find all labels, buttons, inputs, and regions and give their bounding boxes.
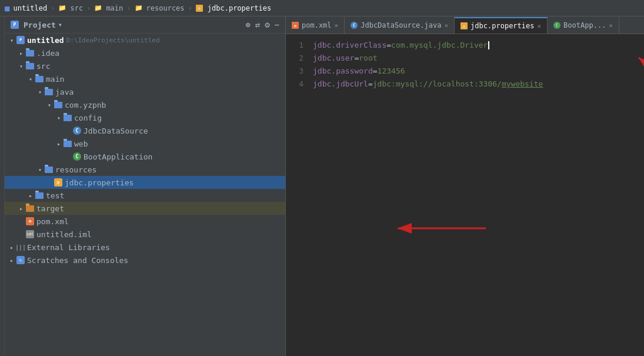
label-untitled: untitled — [27, 36, 64, 45]
tab-close-props[interactable]: × — [537, 22, 541, 30]
key-jdbcurl: jdbc.jdbcUrl — [313, 78, 368, 91]
eq-4: = — [368, 78, 373, 91]
editor-content[interactable]: 1 2 3 4 jdbc.driverClass = com.mysql.jdb… — [286, 34, 644, 356]
folder-icon-main: 📁 — [94, 4, 102, 12]
arrow-java — [35, 89, 45, 95]
line-numbers: 1 2 3 4 — [286, 39, 309, 351]
tab-pom-xml[interactable]: m pom.xml × — [286, 17, 345, 34]
scope-icon[interactable]: ⊕ — [245, 20, 250, 29]
breadcrumb-sep-4: › — [188, 4, 192, 12]
arrow-resources — [35, 167, 45, 173]
tree-item-main[interactable]: main — [5, 72, 285, 85]
sidebar-title-label: Project — [24, 21, 56, 29]
tree-item-scratches[interactable]: ✎ Scratches and Consoles — [5, 254, 285, 267]
line-num-4: 4 — [286, 78, 303, 91]
sidebar-folder-icon: P — [11, 21, 19, 29]
label-jdbcdatasource: JdbcDataSource — [84, 127, 148, 135]
breadcrumb-sep-3: › — [126, 4, 131, 12]
line-num-3: 3 — [286, 65, 303, 78]
tree-item-jdbcdatasource[interactable]: C JdbcDataSource — [5, 124, 285, 137]
tree-item-web[interactable]: web — [5, 137, 285, 150]
arrow-target — [16, 205, 26, 212]
val-password: 123456 — [378, 65, 405, 78]
sidebar-dropdown-arrow[interactable]: ▾ — [58, 21, 62, 29]
tab-close-pom[interactable]: × — [335, 22, 339, 29]
tab-label-boot: BootApp... — [563, 21, 606, 29]
breadcrumb-src: src — [70, 4, 83, 12]
sidebar-actions: ⊕ ⇄ ⚙ − — [245, 20, 279, 29]
tree-item-target[interactable]: target — [5, 202, 285, 215]
tree-item-ext-libs[interactable]: ||| External Libraries — [5, 241, 285, 254]
folder-target — [26, 205, 34, 212]
val-driverclass: com.mysql.jdbc.Driver — [391, 39, 488, 52]
tree-item-pomxml[interactable]: m pom.xml — [5, 215, 285, 228]
tab-icon-jdbc: C — [351, 22, 358, 29]
tabs-bar: m pom.xml × C JdbcDataSource.java × ≡ jd… — [286, 16, 644, 34]
label-target: target — [36, 204, 64, 213]
eq-3: = — [373, 65, 378, 78]
scratches-icon: ✎ — [16, 256, 25, 264]
breadcrumb-sep-1: › — [51, 4, 55, 12]
label-comyzpnb: com.yzpnb — [65, 101, 106, 109]
project-icon: ■ — [5, 4, 9, 13]
arrow-root — [7, 37, 16, 44]
folder-test — [35, 192, 44, 199]
left-gutter — [0, 16, 5, 356]
arrow-scratches — [7, 257, 16, 264]
xml-icon-pom: m — [26, 217, 34, 225]
tab-close-jdbc[interactable]: × — [444, 22, 448, 29]
label-src: src — [36, 62, 50, 71]
tree-item-comyzpnb[interactable]: com.yzpnb — [5, 98, 285, 111]
label-pomxml: pom.xml — [36, 217, 69, 226]
arrow-src — [16, 63, 26, 69]
tree-item-iml[interactable]: iml untitled.iml — [5, 228, 285, 241]
settings-icon[interactable]: ⚙ — [265, 20, 269, 29]
tree-item-bootapplication[interactable]: C BootApplication — [5, 150, 285, 163]
iml-icon: iml — [26, 230, 34, 238]
tree-item-config[interactable]: config — [5, 111, 285, 124]
ext-libs-icon: ||| — [16, 243, 25, 251]
folder-idea — [26, 50, 34, 56]
tab-icon-boot: C — [553, 22, 560, 29]
tree-item-idea[interactable]: .idea — [5, 46, 285, 59]
arrow-test — [26, 192, 35, 199]
label-resources: resources — [55, 165, 96, 174]
tab-icon-props: ≡ — [461, 22, 468, 29]
tab-jdbc-properties[interactable]: ≡ jdbc.properties × — [455, 17, 548, 34]
val-jdbcurl-dbname: mywebsite — [502, 78, 543, 91]
val-jdbcurl-prefix: jdbc:mysql://localhost:3306/ — [373, 78, 502, 91]
tree-item-test[interactable]: test — [5, 189, 285, 202]
tree-container[interactable]: P untitled D:\IdeaProjects\untitled .ide… — [5, 34, 285, 356]
eq-1: = — [386, 39, 391, 52]
tab-jdbcdatasource[interactable]: C JdbcDataSource.java × — [345, 17, 455, 34]
tree-item-jdbc-properties[interactable]: ≡ jdbc.properties — [5, 176, 285, 189]
class-jdbcdatasource: C — [73, 127, 81, 135]
label-main: main — [46, 75, 64, 84]
breadcrumb-file: jdbc.properties — [208, 4, 271, 12]
title-project-name: untitled — [13, 4, 47, 12]
label-bootapp: BootApplication — [84, 152, 152, 161]
tab-label-jdbc: JdbcDataSource.java — [361, 21, 441, 29]
arrow-config — [54, 115, 64, 121]
folder-icon-src: 📁 — [58, 4, 66, 12]
label-test: test — [46, 191, 64, 200]
code-line-2: jdbc.user = root — [313, 52, 644, 65]
tree-item-resources[interactable]: resources — [5, 163, 285, 176]
val-user: root — [359, 52, 377, 65]
tab-label-pom: pom.xml — [302, 21, 332, 29]
label-web: web — [74, 139, 88, 148]
minimize-icon[interactable]: − — [275, 20, 279, 29]
tree-item-root[interactable]: P untitled D:\IdeaProjects\untitled — [5, 34, 285, 46]
tree-item-java[interactable]: java — [5, 85, 285, 98]
flatten-icon[interactable]: ⇄ — [255, 20, 260, 29]
breadcrumb-sep-2: › — [86, 4, 91, 12]
code-line-1: jdbc.driverClass = com.mysql.jdbc.Driver — [313, 39, 644, 52]
tree-item-src[interactable]: src — [5, 59, 285, 72]
tab-icon-pom: m — [292, 22, 299, 29]
tab-label-props: jdbc.properties — [471, 22, 534, 30]
code-area[interactable]: jdbc.driverClass = com.mysql.jdbc.Driver… — [309, 39, 644, 351]
tab-close-boot[interactable]: × — [609, 22, 613, 29]
props-icon: ≡ — [54, 178, 62, 187]
tab-bootapp[interactable]: C BootApp... × — [548, 17, 619, 34]
arrow-web — [54, 141, 64, 147]
